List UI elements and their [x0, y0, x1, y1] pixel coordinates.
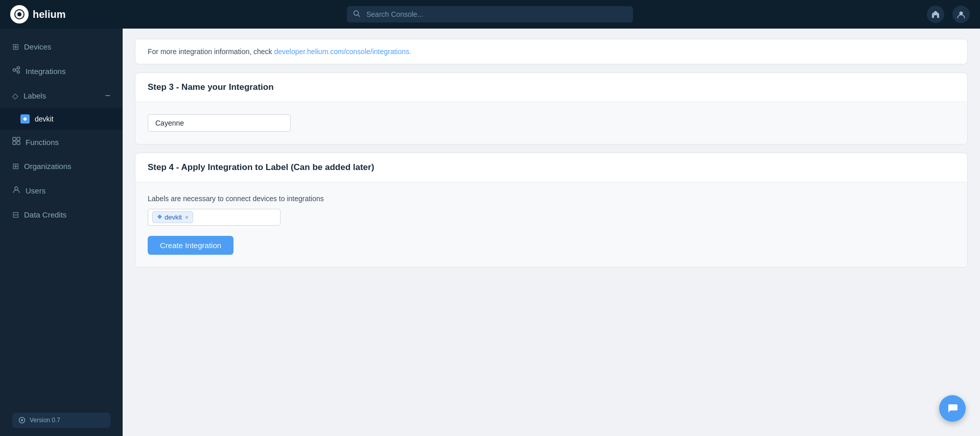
sidebar-label-users: Users	[26, 186, 45, 195]
home-button[interactable]	[927, 6, 944, 23]
create-integration-button[interactable]: Create Integration	[148, 236, 234, 255]
users-icon	[12, 185, 20, 196]
sidebar-label-integrations: Integrations	[26, 67, 65, 76]
step3-header: Step 3 - Name your Integration	[135, 73, 967, 102]
user-avatar[interactable]	[952, 6, 970, 23]
labels-icon: ◇	[12, 91, 18, 101]
datacredits-icon: ⊟	[12, 210, 19, 220]
svg-point-6	[17, 67, 20, 69]
nav-right	[927, 6, 970, 23]
info-text: For more integration information, check	[148, 47, 274, 56]
sidebar: ⊞ Devices Integrations ◇ Labels	[0, 29, 123, 436]
sidebar-item-organizations[interactable]: ⊞ Organizations	[0, 154, 123, 178]
svg-rect-11	[17, 137, 20, 140]
tag-label-text: devkit	[165, 213, 182, 221]
organizations-icon: ⊞	[12, 161, 19, 171]
logo-text: helium	[33, 9, 65, 20]
step4-body: Labels are necessary to connect devices …	[135, 182, 967, 267]
topnav: helium	[0, 0, 980, 29]
tag-close-button[interactable]: ×	[185, 214, 189, 221]
sidebar-label-labels: Labels	[24, 91, 46, 100]
svg-line-3	[358, 15, 360, 17]
integrations-icon	[12, 66, 20, 76]
sidebar-label-functions: Functions	[26, 138, 59, 147]
step4-title: Step 4 - Apply Integration to Label (Can…	[148, 162, 955, 173]
step3-title: Step 3 - Name your Integration	[148, 82, 955, 92]
sidebar-item-users[interactable]: Users	[0, 178, 123, 203]
svg-line-8	[16, 68, 17, 69]
sidebar-label-datacredits: Data Credits	[24, 210, 66, 219]
step4-header: Step 4 - Apply Integration to Label (Can…	[135, 153, 967, 182]
svg-point-16	[21, 419, 23, 421]
label-tag-input[interactable]: devkit ×	[148, 209, 281, 226]
logo[interactable]: helium	[10, 5, 92, 23]
svg-rect-13	[17, 141, 20, 144]
search-bar[interactable]	[347, 6, 633, 22]
info-card: For more integration information, check …	[135, 39, 968, 64]
sidebar-section-labels[interactable]: ◇ Labels −	[0, 83, 123, 108]
labels-collapse-icon: −	[105, 90, 110, 101]
devices-icon: ⊞	[12, 42, 19, 52]
search-icon	[353, 10, 360, 19]
step3-card: Step 3 - Name your Integration	[135, 72, 968, 144]
svg-point-5	[13, 69, 16, 71]
sidebar-item-datacredits[interactable]: ⊟ Data Credits	[0, 203, 123, 227]
sidebar-item-devkit[interactable]: devkit	[0, 108, 123, 130]
step3-body	[135, 102, 967, 144]
sidebar-label-devkit: devkit	[35, 115, 54, 123]
main-content: For more integration information, check …	[123, 29, 980, 436]
svg-rect-12	[13, 141, 16, 144]
sidebar-item-integrations[interactable]: Integrations	[0, 59, 123, 83]
devkit-label-tag[interactable]: devkit ×	[152, 211, 193, 223]
functions-icon	[12, 137, 20, 147]
version-text: Version 0.7	[30, 417, 60, 424]
layout: ⊞ Devices Integrations ◇ Labels	[0, 29, 980, 436]
search-input[interactable]	[347, 6, 633, 22]
step4-description: Labels are necessary to connect devices …	[148, 195, 955, 203]
sidebar-item-devices[interactable]: ⊞ Devices	[0, 35, 123, 59]
logo-icon	[10, 5, 29, 23]
sidebar-label-devices: Devices	[24, 42, 51, 51]
tag-key-icon	[157, 214, 162, 221]
integration-name-input[interactable]	[148, 114, 291, 132]
svg-line-9	[16, 70, 17, 71]
svg-point-1	[17, 12, 21, 16]
devkit-tag-icon	[20, 114, 30, 124]
step4-card: Step 4 - Apply Integration to Label (Can…	[135, 153, 968, 268]
chat-button[interactable]	[939, 395, 966, 422]
sidebar-item-functions[interactable]: Functions	[0, 130, 123, 154]
svg-point-7	[17, 71, 20, 74]
svg-rect-10	[13, 137, 16, 140]
sidebar-label-organizations: Organizations	[24, 162, 72, 171]
version-badge[interactable]: Version 0.7	[12, 413, 110, 428]
sidebar-bottom: Version 0.7	[0, 404, 123, 436]
svg-point-14	[15, 187, 18, 190]
info-link[interactable]: developer.helium.com/console/integration…	[274, 47, 411, 56]
